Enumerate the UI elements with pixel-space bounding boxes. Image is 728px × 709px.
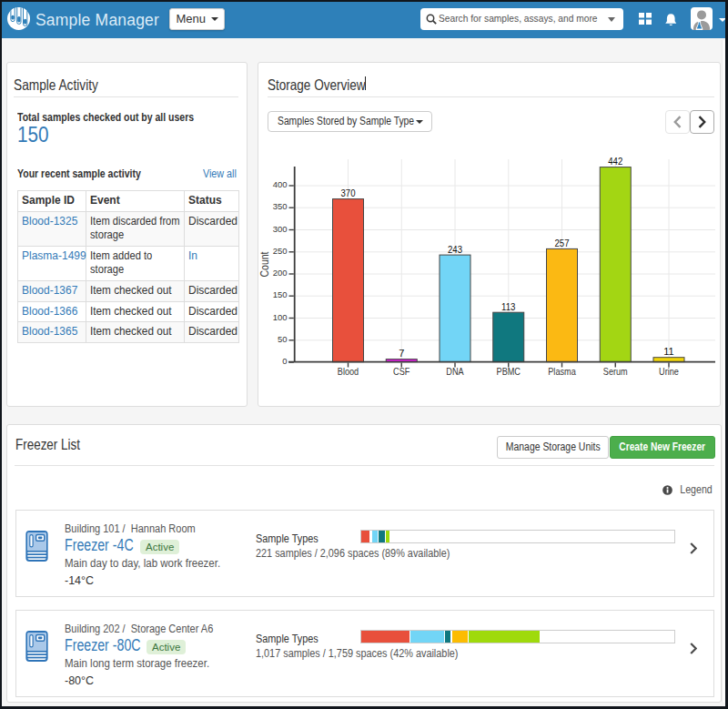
- svg-text:350: 350: [273, 201, 288, 211]
- svg-text:Count: Count: [258, 251, 271, 278]
- svg-text:300: 300: [273, 224, 288, 234]
- svg-text:243: 243: [448, 244, 462, 255]
- svg-text:CSF: CSF: [393, 366, 410, 377]
- svg-text:Blood: Blood: [338, 366, 359, 377]
- svg-text:257: 257: [555, 238, 570, 248]
- svg-text:PBMC: PBMC: [497, 366, 521, 377]
- svg-text:100: 100: [273, 312, 288, 322]
- svg-text:Plasma: Plasma: [548, 366, 576, 377]
- svg-text:250: 250: [273, 246, 288, 256]
- svg-text:442: 442: [608, 156, 622, 167]
- svg-text:DNA: DNA: [446, 366, 463, 377]
- svg-text:Serum: Serum: [603, 366, 628, 377]
- svg-text:Urine: Urine: [659, 366, 679, 377]
- svg-text:50: 50: [278, 334, 288, 344]
- svg-text:150: 150: [273, 289, 288, 299]
- svg-text:370: 370: [341, 187, 356, 198]
- svg-text:400: 400: [273, 179, 288, 189]
- svg-text:200: 200: [273, 268, 288, 278]
- svg-text:7: 7: [399, 348, 404, 359]
- svg-text:11: 11: [663, 346, 673, 357]
- svg-text:0: 0: [282, 356, 287, 366]
- svg-text:113: 113: [501, 301, 515, 312]
